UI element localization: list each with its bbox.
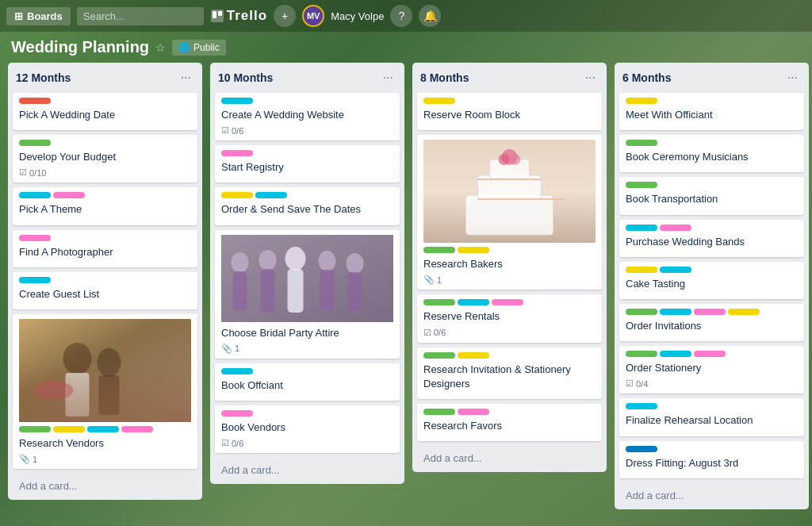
label-green (19, 140, 51, 146)
card[interactable]: Pick A Wedding Date (13, 93, 197, 130)
add-card-button[interactable]: Add a card... (216, 461, 398, 479)
card[interactable]: Reserve Rentals☑ 0/6 (417, 294, 602, 342)
cards-container: Reserve Room Block Research Bakers📎 1R (412, 90, 607, 444)
card[interactable]: Order Invitations (619, 304, 804, 341)
label-cyan (626, 225, 657, 231)
list-footer: Add a card... (615, 482, 809, 509)
list-12months: 12 Months···Pick A Wedding DateDevelop Y… (8, 63, 202, 500)
visibility-button[interactable]: 🌐 Public (172, 40, 226, 56)
card-title: Reserve Room Block (423, 108, 596, 122)
card-labels (423, 352, 596, 359)
card[interactable]: Research Bakers📎 1 (417, 135, 602, 290)
search-input[interactable] (77, 7, 204, 25)
card-labels (626, 309, 798, 315)
svg-rect-17 (320, 270, 335, 311)
card-labels (221, 150, 393, 156)
card[interactable]: Create Guest List (13, 272, 197, 309)
card[interactable]: Research Vendors📎 1 (13, 314, 197, 469)
label-yellow (458, 352, 489, 359)
card[interactable]: Research Invitation & Stationery Designe… (417, 347, 602, 399)
grid-icon: ⊞ (14, 10, 23, 22)
list-menu-button[interactable]: ··· (380, 69, 396, 86)
label-cyan (19, 192, 51, 198)
card-labels (626, 267, 798, 273)
card[interactable]: Create A Wedding Website☑ 0/6 (215, 93, 400, 140)
attachment-icon: 📎 (221, 344, 232, 354)
card[interactable]: Book Vendors☑ 0/6 (215, 405, 400, 453)
list-menu-button[interactable]: ··· (582, 69, 599, 86)
card-meta: ☑ 0/4 (626, 378, 798, 389)
add-card-button[interactable]: Add a card... (621, 486, 802, 505)
list-header: 12 Months··· (8, 63, 202, 90)
svg-point-6 (98, 348, 121, 377)
card[interactable]: Book Transportation (619, 177, 804, 214)
card[interactable]: Purchase Wedding Bands (619, 220, 804, 257)
avatar: MV (302, 5, 324, 27)
card[interactable]: Reserve Room Block (417, 93, 602, 130)
list-footer: Add a card... (210, 456, 404, 484)
star-icon[interactable]: ☆ (155, 41, 166, 54)
list-footer: Add a card... (412, 444, 607, 472)
card[interactable]: Pick A Theme (13, 187, 197, 225)
card-title: Finalize Rehearsal Location (626, 413, 798, 428)
svg-rect-21 (466, 195, 553, 235)
card-title: Research Favors (423, 419, 596, 433)
notifications-button[interactable]: 🔔 (419, 5, 441, 27)
label-pink (19, 235, 51, 241)
checklist-meta: ☑ 0/6 (221, 438, 243, 448)
svg-point-8 (34, 381, 74, 400)
card[interactable]: Book Ceremony Musicians (619, 135, 804, 172)
label-blue (626, 446, 657, 452)
svg-rect-13 (261, 269, 275, 313)
card[interactable]: Finalize Rehearsal Location (619, 398, 804, 436)
card[interactable]: Meet With Officiant (619, 93, 804, 130)
svg-rect-9 (221, 235, 393, 322)
card[interactable]: Develop Your Budget☑ 0/10 (13, 135, 197, 182)
add-card-button[interactable]: Add a card... (14, 477, 196, 495)
checklist-count: 0/10 (29, 168, 46, 178)
list-menu-button[interactable]: ··· (178, 69, 194, 86)
card-labels (19, 98, 191, 104)
list-8months: 8 Months···Reserve Room Block Research (412, 63, 607, 472)
label-pink (492, 299, 523, 305)
label-green (423, 299, 455, 305)
topnav: ⊞ Boards Trello + MV Macy Volpe ? 🔔 (0, 0, 812, 32)
list-menu-button[interactable]: ··· (784, 69, 801, 86)
label-pink (221, 410, 253, 417)
card[interactable]: Dress Fitting: August 3rd (619, 441, 804, 478)
checklist-meta: ☑ 0/6 (423, 328, 446, 338)
card-title: Find A Photographer (19, 245, 191, 259)
cards-container: Meet With OfficiantBook Ceremony Musicia… (615, 90, 809, 482)
card-labels (19, 192, 191, 198)
card-title: Create Guest List (19, 287, 191, 301)
svg-point-4 (63, 343, 92, 374)
checklist-icon: ☑ (19, 167, 27, 178)
card[interactable]: Research Favors (417, 404, 602, 441)
boards-button[interactable]: ⊞ Boards (6, 7, 71, 25)
card[interactable]: Cake Tasting (619, 262, 804, 299)
card-labels (626, 446, 798, 452)
card-labels (626, 140, 798, 146)
attachment-count: 1 (235, 344, 239, 353)
card-title: Create A Wedding Website (221, 108, 393, 122)
svg-rect-3 (19, 319, 191, 422)
label-cyan (458, 299, 489, 305)
card[interactable]: Book Offciant (215, 363, 400, 401)
card[interactable]: Order Stationery☑ 0/4 (619, 346, 804, 394)
card-title: Reserve Rentals (423, 309, 596, 324)
checklist-count: 0/6 (232, 126, 243, 136)
plus-button[interactable]: + (274, 5, 296, 27)
svg-rect-15 (288, 269, 304, 313)
cards-container: Create A Wedding Website☑ 0/6Start Regis… (210, 90, 404, 456)
card[interactable]: Order & Send Save The Dates (215, 187, 400, 225)
label-green (423, 409, 455, 415)
add-card-button[interactable]: Add a card... (419, 449, 600, 467)
checklist-count: 0/6 (232, 439, 243, 448)
card[interactable]: Choose Bridal Party Attire📎 1 (215, 230, 400, 359)
card[interactable]: Find A Photographer (13, 230, 197, 267)
help-button[interactable]: ? (390, 5, 412, 27)
checklist-meta: ☑ 0/10 (19, 167, 46, 178)
card-title: Cake Tasting (626, 277, 798, 291)
card[interactable]: Start Registry (215, 145, 400, 182)
card-title: Develop Your Budget (19, 150, 191, 164)
